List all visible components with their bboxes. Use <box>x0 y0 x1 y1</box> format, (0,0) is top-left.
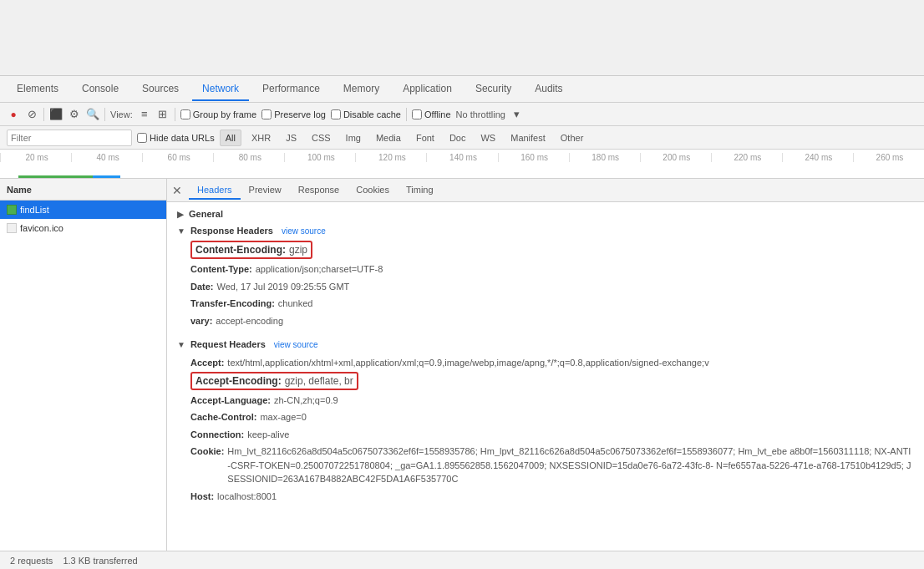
filter-ws[interactable]: WS <box>475 130 500 146</box>
hide-data-urls-input[interactable] <box>137 133 147 143</box>
request-file-icon <box>7 205 17 215</box>
connection-name: Connection: <box>190 428 244 442</box>
requests-count: 2 requests <box>10 556 53 566</box>
timeline-mark-160ms: 160 ms <box>498 153 569 162</box>
disable-cache-checkbox[interactable]: Disable cache <box>331 109 401 119</box>
tab-response[interactable]: Response <box>290 181 348 200</box>
details-body: ▶ General ▼ Response Headers view source… <box>167 202 924 551</box>
response-headers-toggle-icon: ▼ <box>177 226 185 236</box>
filter-img[interactable]: Img <box>341 130 366 146</box>
timeline-mark-240ms: 240 ms <box>782 153 853 162</box>
status-bar: 2 requests 1.3 KB transferred <box>0 551 924 569</box>
response-header-content-type: Content-Type: application/json;charset=U… <box>177 261 914 278</box>
requests-panel: Name findList favicon.ico <box>0 179 167 551</box>
timeline-mark-120ms: 120 ms <box>355 153 426 162</box>
accept-value: text/html,application/xhtml+xml,applicat… <box>227 356 708 370</box>
close-details-button[interactable]: ✕ <box>170 184 184 197</box>
content-type-value: application/json;charset=UTF-8 <box>256 262 383 277</box>
preserve-log-checkbox[interactable]: Preserve log <box>261 109 326 119</box>
record-icon[interactable]: ● <box>7 108 20 121</box>
request-headers-section-header[interactable]: ▼ Request Headers view source <box>177 339 914 349</box>
host-name: Host: <box>190 490 214 504</box>
filter-bar: Hide data URLs All XHR JS CSS Img Media … <box>0 126 924 150</box>
filter-input[interactable] <box>7 130 132 146</box>
accept-encoding-value: gzip, deflate, br <box>285 375 353 387</box>
offline-label: Offline <box>424 109 451 119</box>
timeline-mark-180ms: 180 ms <box>569 153 640 162</box>
filter-js[interactable]: JS <box>281 130 302 146</box>
filter-xhr[interactable]: XHR <box>246 130 276 146</box>
search-icon[interactable]: 🔍 <box>86 108 99 121</box>
tab-memory[interactable]: Memory <box>333 78 389 101</box>
tab-performance[interactable]: Performance <box>252 78 330 101</box>
view-grid-icon[interactable]: ⊞ <box>156 108 170 121</box>
group-by-frame-checkbox[interactable]: Group by frame <box>180 109 256 119</box>
timeline-mark-80ms: 80 ms <box>213 153 284 162</box>
filter-other[interactable]: Other <box>556 130 589 146</box>
preserve-log-input[interactable] <box>261 109 272 119</box>
tab-elements[interactable]: Elements <box>7 78 69 101</box>
filter-css[interactable]: CSS <box>307 130 336 146</box>
toolbar-separator-3 <box>175 108 175 121</box>
request-file-icon-favicon <box>7 223 17 233</box>
filter-icon[interactable]: ⚙ <box>68 108 81 121</box>
offline-input[interactable] <box>412 109 422 119</box>
content-encoding-value: gzip <box>289 244 307 256</box>
tab-application[interactable]: Application <box>393 78 462 101</box>
devtools-panel: Elements Console Sources Network Perform… <box>0 75 924 569</box>
tab-audits[interactable]: Audits <box>525 78 572 101</box>
response-headers-label: Response Headers <box>190 226 273 236</box>
clear-icon[interactable]: ⊘ <box>25 108 38 121</box>
tab-network[interactable]: Network <box>192 78 249 101</box>
filter-media[interactable]: Media <box>371 130 406 146</box>
group-by-frame-label: Group by frame <box>193 109 256 119</box>
preserve-log-label: Preserve log <box>274 109 326 119</box>
filter-font[interactable]: Font <box>411 130 439 146</box>
response-headers-view-source[interactable]: view source <box>282 226 326 236</box>
devtools-tab-bar: Elements Console Sources Network Perform… <box>0 76 924 103</box>
camera-icon[interactable]: ⬛ <box>49 108 63 121</box>
tab-sources[interactable]: Sources <box>132 78 189 101</box>
data-transferred: 1.3 KB transferred <box>63 556 137 566</box>
request-headers-label: Request Headers <box>190 339 266 349</box>
accept-name: Accept: <box>190 356 224 370</box>
cache-control-value: max-age=0 <box>260 410 306 424</box>
details-panel: ✕ Headers Preview Response Cookies Timin… <box>167 179 924 551</box>
request-headers-view-source[interactable]: view source <box>274 340 318 349</box>
tab-console[interactable]: Console <box>72 78 129 101</box>
disable-cache-input[interactable] <box>331 109 341 119</box>
response-headers-section-header[interactable]: ▼ Response Headers view source <box>177 226 914 236</box>
timeline-mark-260ms: 260 ms <box>853 153 924 162</box>
tab-preview[interactable]: Preview <box>241 181 290 200</box>
request-item-findlist[interactable]: findList <box>0 201 166 219</box>
request-header-host: Host: localhost:8001 <box>177 488 914 505</box>
hide-data-urls-checkbox[interactable]: Hide data URLs <box>137 133 215 143</box>
tab-timing[interactable]: Timing <box>398 181 442 200</box>
timeline-mark-200ms: 200 ms <box>640 153 711 162</box>
vary-value: accept-encoding <box>216 314 283 328</box>
filter-doc[interactable]: Doc <box>444 130 471 146</box>
general-section-label: General <box>189 209 223 219</box>
general-section-header[interactable]: ▶ General <box>177 209 914 219</box>
accept-language-value: zh-CN,zh;q=0.9 <box>274 394 338 408</box>
view-label: View: <box>110 109 133 119</box>
tab-security[interactable]: Security <box>465 78 521 101</box>
offline-checkbox[interactable]: Offline <box>412 109 451 119</box>
throttling-dropdown-icon[interactable]: ▾ <box>510 108 524 121</box>
timeline-mark-40ms: 40 ms <box>71 153 142 162</box>
group-by-frame-input[interactable] <box>180 109 190 119</box>
request-name-favicon: favicon.ico <box>20 223 63 233</box>
filter-manifest[interactable]: Manifest <box>505 130 551 146</box>
request-item-favicon[interactable]: favicon.ico <box>0 219 166 237</box>
view-list-icon[interactable]: ≡ <box>138 108 151 121</box>
response-header-vary: vary: accept-encoding <box>177 312 914 330</box>
cookie-value: Hm_lvt_82116c626a8d504a5c0675073362ef6f=… <box>227 445 914 486</box>
request-name-findlist: findList <box>20 205 49 215</box>
all-filter-btn[interactable]: All <box>220 130 241 146</box>
tab-cookies[interactable]: Cookies <box>348 181 398 200</box>
tab-headers[interactable]: Headers <box>189 181 241 200</box>
connection-value: keep-alive <box>247 428 289 442</box>
main-content: Name findList favicon.ico ✕ Headers Prev… <box>0 179 924 551</box>
response-header-date: Date: Wed, 17 Jul 2019 09:25:55 GMT <box>177 278 914 296</box>
requests-header: Name <box>0 179 166 201</box>
